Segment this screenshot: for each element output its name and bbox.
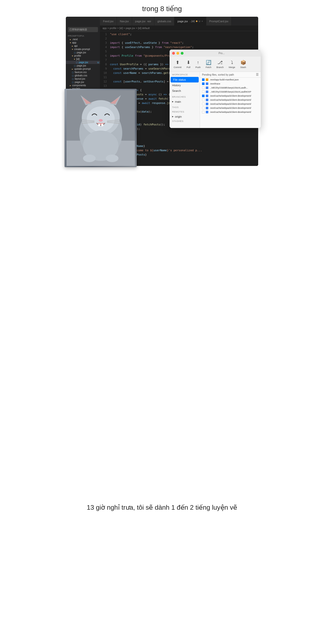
git-nav-file-status[interactable]: File status — [171, 77, 199, 82]
file-checkbox-2[interactable] — [202, 87, 205, 89]
file-checkbox-3[interactable] — [202, 91, 205, 93]
git-merge-btn[interactable]: ⤵ Merge — [227, 59, 237, 70]
commit-label: Commit — [174, 66, 181, 69]
sidebar-item-label: app — [72, 41, 76, 44]
git-file-item-8: .next/cache/webpack/client-development/ — [200, 110, 261, 114]
git-branch-btn[interactable]: ⎇ Branch — [214, 59, 226, 70]
sidebar-item-label: .next — [72, 38, 78, 41]
push-label: Push — [195, 66, 201, 69]
git-file-item-6: .next/cache/webpack/client-development/ — [200, 102, 261, 106]
git-push-btn[interactable]: ↑ Push — [193, 59, 203, 70]
sidebar-item-create-prompt[interactable]: ▾ create-prompt — [66, 48, 100, 51]
git-file-item-0: .next/app-build-manifest.json — [200, 78, 261, 82]
sidebar-item-label: globals.css — [75, 74, 87, 77]
file-icon-5 — [206, 99, 208, 101]
sidebar-item-page-jsx-id[interactable]: ◻ page.jsx U — [66, 61, 100, 64]
file-icon: ◻ — [72, 71, 74, 74]
branches-title: BRANCHES — [170, 94, 200, 99]
sidebar-item-label: components — [72, 84, 86, 87]
sidebar-item-update-prompt[interactable]: ▸ update-prompt — [66, 67, 100, 71]
file-checkbox-6[interactable] — [202, 103, 205, 105]
sidebar-item-api[interactable]: ▸ api — [66, 44, 100, 48]
tab-feed-jsx-label: Feed.jsx — [103, 20, 114, 23]
sidebar-item-components[interactable]: ▸ components — [66, 84, 100, 87]
git-file-list: .next/app-build-manifest.json .next/trac… — [200, 78, 261, 114]
remote-origin[interactable]: ▸ origin — [170, 114, 200, 119]
file-checkbox-4[interactable] — [202, 95, 205, 97]
sidebar-item-label: page.jsx — [75, 81, 84, 83]
tab-app-badge: app — [147, 20, 151, 23]
git-stash-btn[interactable]: 📦 Stash — [238, 59, 248, 70]
stash-label: Stash — [240, 66, 246, 69]
sort-icon[interactable]: ☰ — [256, 73, 259, 76]
file-icon-8 — [206, 111, 208, 113]
minimize-button[interactable] — [176, 52, 179, 55]
file-checkbox-8[interactable] — [202, 111, 205, 113]
cat-svg — [67, 90, 135, 166]
git-commit-btn[interactable]: ⬆ Commit — [172, 59, 184, 70]
git-file-item-1: .next/trace — [200, 82, 261, 86]
tab-page-jsx-app[interactable]: page.jsx app — [132, 17, 154, 26]
pending-files-label: Pending files, sorted by path — [202, 73, 234, 76]
tab-nav-jsx[interactable]: Nav.jsx — [117, 17, 132, 26]
tab-prompt-card[interactable]: PromptCard.jsx — [206, 17, 232, 26]
file-icon: ◻ — [72, 81, 74, 83]
sidebar-item-favicon[interactable]: ◻ favicon.ico — [66, 71, 100, 74]
sidebar-item-page-jsx-profile[interactable]: ◻ page.jsx — [66, 64, 100, 67]
git-nav-history[interactable]: History — [170, 82, 200, 88]
git-fetch-btn[interactable]: 🔄 Fetch — [204, 59, 214, 70]
file-name-5: .next/cache/webpack/client-development/ — [210, 99, 251, 101]
sidebar-search[interactable]: 已禁制的编辑器 — [68, 27, 98, 32]
sidebar-item-app[interactable]: ▾ app — [66, 41, 100, 44]
sidebar-item-next[interactable]: ▸ .next — [66, 38, 100, 41]
tab-page-jsx-id[interactable]: page.jsx ...[id] U × — [174, 17, 206, 26]
svg-point-9 — [99, 119, 103, 122]
cat-image — [65, 89, 137, 167]
push-icon: ↑ — [197, 60, 199, 65]
git-window-inner: Pro... ⬆ Commit ⬇ Pull ↑ Push — [170, 50, 261, 128]
merge-icon: ⤵ — [231, 60, 233, 65]
maximize-button[interactable] — [181, 52, 184, 55]
commit-icon: ⬆ — [176, 60, 179, 65]
git-nav-search[interactable]: Search — [170, 88, 200, 94]
close-button[interactable] — [172, 52, 175, 55]
sidebar-item-profile[interactable]: ▾ profile — [66, 54, 100, 57]
folder-icon: ▸ — [70, 38, 71, 41]
branch-main[interactable]: ▸ main — [170, 99, 200, 104]
file-name-2: ...MEOhyOS60Bh3wrpIiJStoXLasdh... — [210, 87, 248, 89]
git-toolbar: ⬆ Commit ⬇ Pull ↑ Push 🔄 Fetch — [170, 57, 261, 72]
sidebar-item-page-jsx-app[interactable]: ◻ page.jsx — [66, 80, 100, 84]
file-checkbox-1[interactable] — [202, 82, 205, 85]
git-pull-btn[interactable]: ⬇ Pull — [185, 59, 192, 70]
cat-image-overlay — [65, 89, 137, 167]
file-checkbox-7[interactable] — [202, 107, 205, 109]
file-icon-1 — [206, 82, 208, 85]
tab-u-badge: U — [199, 20, 200, 23]
tab-page-jsx-app-label: page.jsx — [135, 20, 146, 23]
sidebar-item-page-jsx-create[interactable]: ◻ page.jsx — [66, 51, 100, 54]
sidebar-item-globals-css[interactable]: ◻ globals.css — [66, 74, 100, 77]
pull-label: Pull — [187, 66, 190, 69]
code-line-2 — [109, 36, 258, 41]
code-line-1: "use client"; — [109, 32, 258, 36]
sidebar-item-id[interactable]: ▾ [id] — [66, 57, 100, 61]
sidebar-item-layout[interactable]: ◻ layout.jsx — [66, 77, 100, 80]
tab-globals-css[interactable]: globals.css — [154, 17, 174, 26]
breadcrumb: app > profile > [id] > page.jsx > [id] d… — [100, 26, 258, 31]
tab-id-badge: ...[id] — [190, 20, 195, 23]
git-main-panel: Pending files, sorted by path ☰ .next/ap… — [200, 72, 261, 128]
tab-close-x[interactable]: × — [201, 20, 203, 23]
file-name-0: .next/app-build-manifest.json — [210, 78, 239, 81]
folder-icon: ▾ — [72, 48, 73, 51]
merge-label: Merge — [229, 66, 235, 69]
file-name-3: ...MEOhyOS60Bh3wrpIiJStoXLasdhKtXP — [210, 91, 251, 93]
svg-point-20 — [106, 155, 118, 162]
tab-feed-jsx[interactable]: Feed.jsx — [100, 17, 117, 26]
file-icon: ◻ — [76, 61, 78, 64]
git-file-item-7: .next/cache/webpack/client-development/ — [200, 106, 261, 110]
file-checkbox-0[interactable] — [202, 78, 205, 81]
file-checkbox-5[interactable] — [202, 99, 205, 101]
screenshot-container: Feed.jsx Nav.jsx page.jsx app globals.cs… — [66, 17, 258, 166]
modified-badge: U — [97, 61, 99, 64]
sidebar-item-label: profile — [74, 54, 81, 57]
